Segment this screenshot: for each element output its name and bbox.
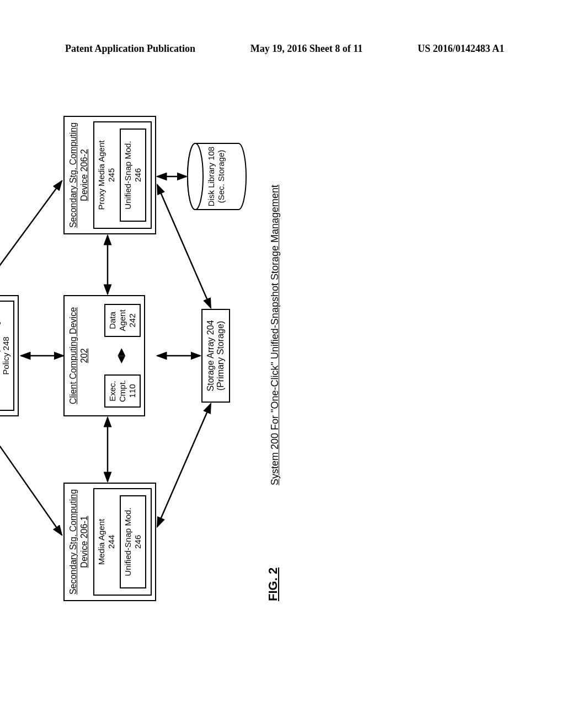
client-computing-device-box: Client Computing Device 202 Exec. Cmpt. … xyxy=(63,295,145,416)
page-header: Patent Application Publication May 19, 2… xyxy=(0,43,565,55)
unified-snap-mod-1-box: Unified-Snap Mod. 246 xyxy=(120,495,146,588)
proxy-media-agent-box: Proxy Media Agent 245 Unified-Snap Mod. … xyxy=(93,121,152,229)
header-right: US 2016/0142483 A1 xyxy=(418,43,504,55)
proxy-media-agent-label: Proxy Media Agent 245 xyxy=(97,126,116,224)
svg-point-1 xyxy=(188,143,203,210)
secondary-device-2-box: Secondary Stg. Computing Device 206-2 Pr… xyxy=(63,116,156,234)
media-agent-label: Media Agent 244 xyxy=(97,493,116,591)
secondary-device-1-title: Secondary Stg. Computing Device 206-1 xyxy=(68,489,90,595)
svg-line-3 xyxy=(0,415,62,535)
disk-library-label: Disk Library 108 (Sec. Storage) xyxy=(206,141,226,212)
svg-line-5 xyxy=(157,404,211,527)
figure-caption: System 200 For "One-Click" Unified-Snaps… xyxy=(269,185,281,485)
unified-snap-storage-policy-box: Unified-Snap Storage Policy 248 xyxy=(0,301,14,411)
figure-label: FIG. 2 xyxy=(266,568,280,601)
header-left: Patent Application Publication xyxy=(65,43,195,55)
storage-array-box: Storage Array 204 (Primary Storage) xyxy=(201,309,230,403)
unified-snap-mod-2-box: Unified-Snap Mod. 246 xyxy=(120,129,146,222)
media-agent-box: Media Agent 244 Unified-Snap Mod. 246 xyxy=(93,488,152,596)
svg-line-4 xyxy=(0,181,62,295)
secondary-device-2-title: Secondary Stg. Computing Device 206-2 xyxy=(68,122,90,228)
figure-area: Storage Manager 240 Unified-Snap Mgr. 24… xyxy=(6,182,491,535)
secondary-device-1-box: Secondary Stg. Computing Device 206-1 Me… xyxy=(63,483,156,601)
storage-manager-box: Storage Manager 240 Unified-Snap Mgr. 24… xyxy=(0,295,19,416)
double-arrow-icon: ◀▶ xyxy=(115,348,127,363)
figure-inner: Storage Manager 240 Unified-Snap Mgr. 24… xyxy=(0,116,292,601)
header-center: May 19, 2016 Sheet 8 of 11 xyxy=(250,43,363,55)
exec-cmpt-box: Exec. Cmpt. 110 xyxy=(104,374,141,408)
client-computing-device-title: Client Computing Device 202 xyxy=(68,301,90,411)
data-agent-box: Data Agent 242 xyxy=(104,304,141,337)
disk-library-icon: Disk Library 108 (Sec. Storage) xyxy=(186,141,247,212)
